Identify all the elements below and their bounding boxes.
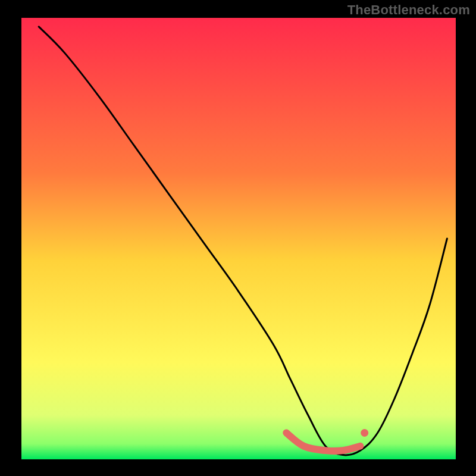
highlight-endpoint-dot [361,429,368,437]
watermark-text: TheBottleneck.com [347,2,470,18]
chart-root: TheBottleneck.com [0,0,476,476]
plot-background-gradient [21,18,456,459]
chart-canvas [0,0,476,476]
